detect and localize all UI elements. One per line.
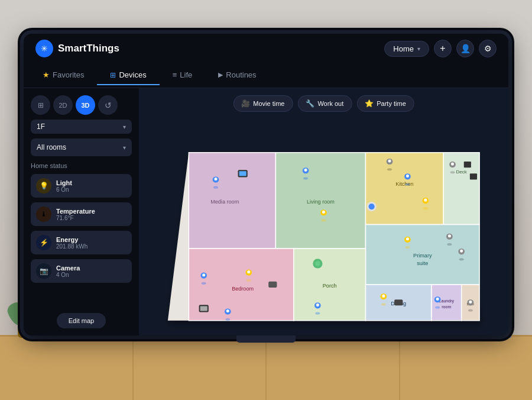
svg-rect-65	[464, 162, 471, 167]
svg-point-63	[450, 171, 455, 173]
svg-point-36	[424, 198, 427, 201]
svg-point-37	[405, 246, 410, 249]
light-label: Light	[56, 179, 72, 186]
favorites-icon: ★	[43, 70, 50, 79]
svg-rect-49	[200, 306, 207, 311]
svg-point-27	[303, 177, 308, 179]
svg-point-56	[381, 303, 386, 305]
profile-button[interactable]: 👤	[456, 40, 474, 57]
room-dropdown-icon: ▾	[123, 144, 126, 151]
status-item-camera[interactable]: 📷 Camera 4 On	[31, 259, 132, 283]
svg-point-45	[246, 279, 251, 282]
svg-text:Bedroom: Bedroom	[232, 286, 254, 292]
svg-text:Deck: Deck	[456, 169, 467, 175]
workout-icon: 🔧	[306, 99, 314, 108]
camera-icon: 📷	[36, 263, 51, 279]
scene-buttons: 🎥 Movie time 🔧 Work out ⭐ Party time	[233, 95, 414, 112]
energy-value: 201.88 kWh	[56, 243, 87, 250]
home-selector-label: Home	[393, 44, 414, 53]
svg-point-59	[435, 306, 440, 308]
logo-area: ✳ SmartThings	[35, 40, 119, 57]
svg-point-24	[214, 178, 217, 180]
status-item-temperature[interactable]: 🌡 Temperature 71.6°F	[31, 202, 132, 226]
svg-text:Porch: Porch	[323, 283, 337, 289]
svg-point-54	[315, 312, 320, 315]
svg-point-53	[315, 261, 320, 266]
edit-map-button[interactable]: Edit map	[57, 313, 106, 328]
temperature-info: Temperature 71.6°F	[56, 208, 95, 221]
tv-stand	[236, 336, 296, 343]
nav-tabs: ★ Favorites ⊞ Devices ≡ Life ▶ Routines	[24, 63, 508, 88]
svg-point-39	[447, 243, 452, 246]
room-value: All rooms	[37, 143, 66, 151]
tab-life[interactable]: ≡ Life	[160, 66, 206, 85]
svg-point-31	[387, 168, 392, 170]
status-item-energy[interactable]: ⚡ Energy 201.88 kWh	[31, 231, 132, 254]
energy-info: Energy 201.88 kWh	[56, 236, 87, 250]
floor-selector[interactable]: 1F ▾	[31, 120, 132, 134]
svg-text:Kitchen: Kitchen	[395, 181, 413, 187]
svg-point-35	[423, 207, 428, 209]
status-item-light[interactable]: 💡 Light 6 On	[31, 174, 132, 198]
home-status-title: Home status	[31, 162, 132, 169]
tab-devices[interactable]: ⊞ Devices	[97, 66, 159, 85]
party-time-btn[interactable]: ⭐ Party time	[356, 95, 414, 112]
tv-frame: ✳ SmartThings Home ▾ + 👤 ⚙ ★ Favorites	[24, 34, 508, 336]
settings-button[interactable]: ⚙	[479, 40, 497, 57]
svg-point-43	[202, 282, 206, 285]
tab-routines[interactable]: ▶ Routines	[205, 66, 269, 85]
temperature-icon: 🌡	[36, 207, 51, 222]
svg-point-57	[382, 295, 385, 298]
grid-view-btn[interactable]: ⊞	[31, 95, 50, 115]
svg-point-50	[225, 318, 230, 321]
svg-point-68	[369, 204, 375, 209]
3d-view-btn[interactable]: 3D	[76, 95, 95, 115]
workout-btn[interactable]: 🔧 Work out	[297, 95, 352, 112]
movie-icon: 🎥	[241, 99, 250, 108]
home-selector[interactable]: Home ▾	[384, 41, 429, 57]
svg-point-40	[448, 234, 451, 237]
light-icon: 💡	[36, 178, 51, 193]
camera-info: Camera 4 On	[56, 264, 80, 278]
home-selector-dropdown-icon: ▾	[417, 46, 420, 52]
camera-value: 4 On	[56, 272, 80, 278]
svg-point-44	[202, 273, 205, 276]
movie-time-btn[interactable]: 🎥 Movie time	[233, 95, 293, 112]
add-button[interactable]: +	[434, 40, 452, 57]
svg-text:Laundry: Laundry	[439, 299, 455, 304]
energy-label: Energy	[56, 236, 87, 243]
svg-point-64	[451, 163, 454, 166]
svg-point-29	[321, 219, 326, 221]
svg-point-30	[322, 211, 325, 214]
floorplan: Media room Living room Kitchen Deck Prim…	[142, 117, 505, 333]
devices-icon: ⊞	[110, 71, 116, 79]
history-view-btn[interactable]: ↺	[98, 95, 118, 115]
svg-text:room: room	[442, 305, 451, 309]
smartthings-logo-icon: ✳	[35, 40, 53, 57]
floorplan-svg: Media room Living room Kitchen Deck Prim…	[142, 117, 505, 333]
light-value: 6 On	[56, 186, 72, 193]
svg-marker-5	[365, 153, 443, 225]
room-selector[interactable]: All rooms ▾	[31, 138, 132, 156]
svg-point-41	[459, 258, 464, 260]
svg-point-23	[213, 186, 218, 189]
view-controls: ⊞ 2D 3D ↺	[31, 95, 132, 115]
svg-point-38	[406, 237, 409, 240]
sidebar: ⊞ 2D 3D ↺ 1F ▾ All rooms ▾ Home status	[24, 88, 139, 336]
svg-rect-66	[470, 173, 477, 179]
svg-point-62	[469, 301, 472, 304]
svg-point-34	[406, 175, 409, 178]
2d-view-btn[interactable]: 2D	[53, 95, 73, 115]
svg-point-28	[304, 169, 307, 172]
svg-text:Living room: Living room	[307, 199, 335, 205]
top-bar: ✳ SmartThings Home ▾ + 👤 ⚙	[24, 34, 508, 63]
party-icon: ⭐	[365, 99, 374, 108]
temperature-value: 71.6°F	[56, 215, 95, 221]
tab-favorites[interactable]: ★ Favorites	[30, 66, 97, 85]
svg-point-33	[405, 183, 410, 186]
svg-rect-58	[394, 299, 403, 305]
svg-point-42	[460, 250, 463, 253]
svg-text:Media room: Media room	[210, 199, 239, 205]
energy-icon: ⚡	[36, 235, 51, 250]
floor-value: 1F	[37, 122, 45, 131]
